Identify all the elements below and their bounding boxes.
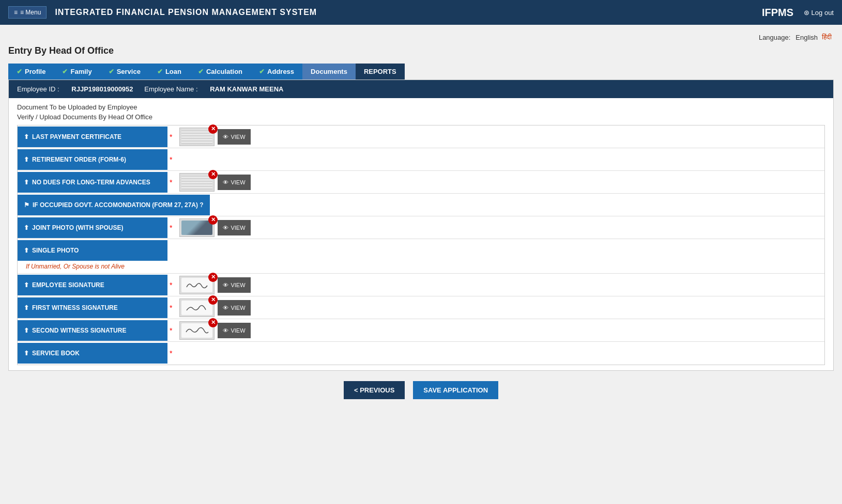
- single-photo-upload-btn[interactable]: ⬆ SINGLE PHOTO: [18, 240, 167, 261]
- tab-family[interactable]: ✔ Family: [54, 64, 100, 80]
- upload-icon-service-book: ⬆: [24, 350, 29, 357]
- doc-row-second-witness: ⬆ SECOND WITNESS SIGNATURE * ✕: [18, 319, 824, 342]
- tab-bar: ✔ Profile ✔ Family ✔ Service ✔ Loan ✔ Ca…: [8, 64, 834, 80]
- bottom-action-bar: < PREVIOUS SAVE APPLICATION: [8, 371, 834, 410]
- address-check-icon: ✔: [259, 68, 265, 75]
- emp-sig-upload-btn[interactable]: ⬆ EMPLOYEE SIGNATURE: [18, 275, 167, 295]
- govt-accom-upload-btn[interactable]: ⚑ IF OCCUPIED GOVT. ACCOMONDATION (FORM …: [18, 195, 210, 215]
- employee-id-value: RJJP198019000952: [71, 85, 133, 93]
- no-dues-remove-btn[interactable]: ✕: [208, 170, 218, 179]
- retirement-upload-btn[interactable]: ⬆ RETIREMENT ORDER (FORM-6): [18, 149, 167, 170]
- eye-icon-emp-sig: 👁: [223, 282, 228, 288]
- eye-icon-joint-photo: 👁: [223, 225, 228, 231]
- language-label: Language:: [759, 34, 790, 41]
- upload-icon-single-photo: ⬆: [24, 247, 29, 254]
- emp-sig-thumb-area: ✕: [178, 275, 216, 295]
- doc-row-service-book: ⬆ SERVICE BOOK *: [18, 342, 824, 365]
- save-application-button[interactable]: SAVE APPLICATION: [413, 381, 498, 399]
- menu-label: ≡ Menu: [20, 9, 41, 16]
- calc-check-icon: ✔: [198, 68, 204, 75]
- doc-row-emp-sig: ⬆ EMPLOYEE SIGNATURE * ✕: [18, 274, 824, 296]
- eye-icon-second-witness: 👁: [223, 327, 228, 334]
- tab-reports[interactable]: REPORTS: [356, 64, 405, 80]
- second-witness-remove-btn[interactable]: ✕: [208, 318, 218, 327]
- profile-check-icon: ✔: [17, 68, 22, 75]
- joint-photo-upload-btn[interactable]: ⬆ JOINT PHOTO (WITH SPOUSE): [18, 217, 167, 238]
- last-payment-required: *: [170, 133, 172, 141]
- menu-icon: ≡: [14, 9, 18, 16]
- employee-id-label: Employee ID :: [17, 85, 59, 93]
- tab-profile[interactable]: ✔ Profile: [8, 64, 54, 80]
- employee-name-value: RAM KANWAR MEENA: [210, 85, 283, 93]
- single-photo-inner-row: ⬆ SINGLE PHOTO: [18, 239, 824, 262]
- brand-name: IFPMS: [762, 7, 793, 19]
- language-bar: Language: English हिंदी: [8, 33, 834, 41]
- first-witness-remove-btn[interactable]: ✕: [208, 295, 218, 305]
- upload-label-2: Verify / Upload Documents By Head Of Off…: [17, 113, 825, 121]
- page-content: Language: English हिंदी Entry By Head Of…: [0, 25, 842, 418]
- first-witness-thumb-area: ✕: [178, 297, 216, 318]
- upload-icon-joint-photo: ⬆: [24, 224, 29, 231]
- employee-name-label: Employee Name :: [144, 85, 197, 93]
- doc-row-last-payment: ⬆ LAST PAYMENT CERTIFICATE * ✕ 👁 VIEW: [18, 125, 824, 148]
- joint-photo-remove-btn[interactable]: ✕: [208, 215, 218, 225]
- upload-icon-second-witness: ⬆: [24, 327, 29, 334]
- service-book-required: *: [170, 349, 172, 357]
- emp-sig-required: *: [170, 281, 172, 289]
- loan-check-icon: ✔: [157, 68, 163, 75]
- app-title: INTEGRATED FINANCIAL PENSION MANAGEMENT …: [55, 8, 762, 17]
- joint-photo-view-btn[interactable]: 👁 VIEW: [218, 220, 250, 235]
- main-card: Employee ID : RJJP198019000952 Employee …: [8, 80, 834, 371]
- no-dues-upload-btn[interactable]: ⬆ NO DUES FOR LONG-TERM ADVANCES: [18, 172, 167, 193]
- emp-sig-view-btn[interactable]: 👁 VIEW: [218, 277, 250, 293]
- lang-english[interactable]: English: [795, 34, 818, 41]
- second-witness-upload-btn[interactable]: ⬆ SECOND WITNESS SIGNATURE: [18, 320, 167, 341]
- eye-icon-last-payment: 👁: [223, 134, 228, 140]
- family-check-icon: ✔: [62, 68, 68, 75]
- emp-sig-remove-btn[interactable]: ✕: [208, 273, 218, 282]
- upload-icon-no-dues: ⬆: [24, 179, 29, 186]
- no-dues-view-btn[interactable]: 👁 VIEW: [218, 175, 250, 190]
- document-section: Document To be Uploaded by Employee Veri…: [9, 98, 833, 370]
- no-dues-required: *: [170, 178, 172, 186]
- upload-icon-retirement: ⬆: [24, 156, 29, 163]
- no-dues-thumb-area: ✕: [178, 172, 216, 193]
- doc-row-no-dues: ⬆ NO DUES FOR LONG-TERM ADVANCES * ✕ 👁 V…: [18, 171, 824, 194]
- employee-info-bar: Employee ID : RJJP198019000952 Employee …: [9, 80, 833, 98]
- lang-hindi[interactable]: हिंदी: [822, 33, 832, 41]
- tab-address[interactable]: ✔ Address: [251, 64, 302, 80]
- app-header: ≡ ≡ Menu INTEGRATED FINANCIAL PENSION MA…: [0, 0, 842, 25]
- logout-button[interactable]: ⊛ Log out: [804, 9, 834, 17]
- first-witness-view-btn[interactable]: 👁 VIEW: [218, 300, 250, 316]
- joint-photo-thumb-area: ✕: [178, 217, 216, 238]
- doc-row-single-photo: ⬆ SINGLE PHOTO If Unmarried, Or Spouse i…: [18, 239, 824, 274]
- upload-icon-emp-sig: ⬆: [24, 281, 29, 289]
- joint-photo-required: *: [170, 224, 172, 232]
- second-witness-required: *: [170, 326, 172, 335]
- upload-label-1: Document To be Uploaded by Employee: [17, 103, 825, 111]
- second-witness-thumb-area: ✕: [178, 320, 216, 341]
- first-witness-upload-btn[interactable]: ⬆ FIRST WITNESS SIGNATURE: [18, 297, 167, 318]
- doc-row-joint-photo: ⬆ JOINT PHOTO (WITH SPOUSE) * ✕ 👁 VIEW: [18, 216, 824, 239]
- last-payment-upload-btn[interactable]: ⬆ LAST PAYMENT CERTIFICATE: [18, 127, 167, 147]
- flag-icon-govt-accom: ⚑: [24, 201, 29, 209]
- tab-calculation[interactable]: ✔ Calculation: [190, 64, 251, 80]
- page-title: Entry By Head Of Office: [8, 45, 834, 56]
- service-check-icon: ✔: [109, 68, 114, 75]
- menu-button[interactable]: ≡ ≡ Menu: [8, 6, 47, 19]
- single-photo-note: If Unmarried, Or Spouse is not Alive: [18, 262, 824, 273]
- upload-icon-first-witness: ⬆: [24, 304, 29, 311]
- service-book-upload-btn[interactable]: ⬆ SERVICE BOOK: [18, 343, 167, 364]
- last-payment-remove-btn[interactable]: ✕: [208, 124, 218, 134]
- eye-icon-no-dues: 👁: [223, 179, 228, 185]
- eye-icon-first-witness: 👁: [223, 305, 228, 311]
- tab-loan[interactable]: ✔ Loan: [149, 64, 190, 80]
- tab-documents[interactable]: Documents: [302, 64, 356, 80]
- first-witness-required: *: [170, 304, 172, 312]
- previous-button[interactable]: < PREVIOUS: [344, 381, 405, 399]
- last-payment-thumb-area: ✕: [178, 127, 216, 147]
- second-witness-view-btn[interactable]: 👁 VIEW: [218, 323, 250, 338]
- tab-service[interactable]: ✔ Service: [100, 64, 149, 80]
- retirement-required: *: [170, 155, 172, 164]
- last-payment-view-btn[interactable]: 👁 VIEW: [218, 129, 250, 145]
